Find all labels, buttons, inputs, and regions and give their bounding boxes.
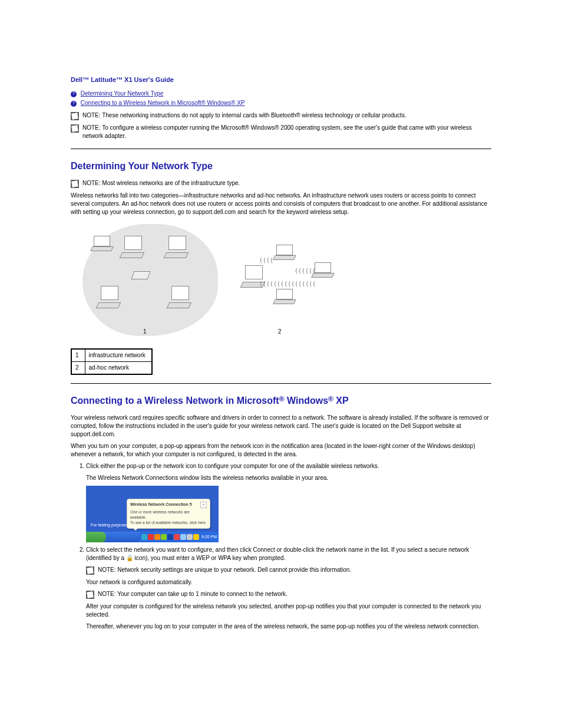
- tray-icon[interactable]: [148, 534, 154, 540]
- laptop-icon: [274, 289, 294, 302]
- paragraph: Your network is configured automatically…: [86, 578, 491, 587]
- bullet-icon: [71, 101, 77, 107]
- section-heading: Determining Your Network Type: [71, 161, 213, 171]
- paragraph: Thereafter, whenever you log on to your …: [86, 622, 491, 631]
- note: NOTE: Most wireless networks are of the …: [71, 179, 491, 188]
- toc-link[interactable]: Connecting to a Wireless Network in Micr…: [81, 100, 245, 106]
- heading-segment: Connecting to a Wireless Network in Micr…: [71, 396, 279, 406]
- desktop-watermark: For testing purposes only…: [91, 522, 141, 528]
- divider: [71, 149, 491, 149]
- diagram-label: 2: [278, 328, 282, 336]
- legend-text: ad-hoc network: [85, 361, 152, 374]
- network-diagram: 1 (((( (((((((((((((((( (((((( 2: [71, 221, 342, 345]
- tray-icon[interactable]: [154, 534, 160, 540]
- note-text: NOTE: Most wireless networks are of the …: [82, 179, 240, 187]
- radio-wave-icon: ((((: [259, 256, 273, 265]
- desktop-icon: [168, 286, 190, 307]
- tray-icon[interactable]: [167, 534, 173, 540]
- laptop-icon: [91, 236, 111, 249]
- legend-table: 1 infrastructure network 2 ad-hoc networ…: [71, 348, 153, 375]
- diagram-label: 1: [143, 328, 147, 336]
- balloon-title: Wireless Network Connection 5: [130, 502, 192, 508]
- toc-item[interactable]: Determining Your Network Type: [71, 89, 491, 98]
- radio-wave-icon: ((((((: [295, 267, 316, 275]
- note-text: NOTE: These networking instructions do n…: [82, 111, 406, 120]
- note-text: NOTE: To configure a wireless computer r…: [82, 124, 491, 140]
- step-list: Click either the pop-up or the network i…: [73, 462, 491, 631]
- divider: [71, 383, 491, 384]
- clock: 9:20 PM: [201, 534, 217, 540]
- note-text: NOTE: Network security settings are uniq…: [98, 566, 351, 574]
- note: NOTE: To configure a wireless computer r…: [71, 124, 491, 140]
- desktop-icon: [97, 286, 120, 307]
- close-icon[interactable]: ×: [200, 502, 207, 508]
- note-icon: [86, 591, 94, 599]
- paragraph: The Wireless Network Connections window …: [86, 474, 491, 482]
- desktop-icon: [165, 236, 187, 257]
- tray-icon[interactable]: [141, 534, 147, 540]
- table-row: 1 infrastructure network: [71, 349, 152, 362]
- tray-icon[interactable]: [161, 534, 167, 540]
- tray-icon[interactable]: [174, 534, 180, 540]
- balloon-line: One or more wireless networks are availa…: [130, 509, 207, 520]
- legend-text: infrastructure network: [85, 349, 152, 362]
- note: NOTE: Network security settings are uniq…: [86, 566, 491, 575]
- note-icon: [71, 124, 79, 133]
- registered-icon: ®: [279, 395, 285, 403]
- toc-item[interactable]: Connecting to a Wireless Network in Micr…: [71, 98, 491, 108]
- note-icon: [86, 566, 94, 575]
- desktop-icon: [121, 236, 143, 257]
- system-tray[interactable]: 9:20 PM: [140, 532, 219, 542]
- note-text: NOTE: Your computer can take up to 1 min…: [98, 590, 287, 598]
- note-icon: [71, 112, 79, 120]
- toc-link[interactable]: Determining Your Network Type: [81, 90, 163, 97]
- tray-icon[interactable]: [187, 534, 193, 540]
- laptop-icon: [274, 245, 294, 258]
- radio-wave-icon: ((((((((((((((((: [259, 280, 316, 288]
- section-heading: Connecting to a Wireless Network in Micr…: [71, 394, 491, 408]
- list-item: Click to select the network you want to …: [86, 546, 491, 631]
- tray-icon[interactable]: [193, 534, 199, 540]
- hub-icon: [131, 271, 150, 279]
- paragraph: Your wireless network card requires spec…: [71, 414, 491, 439]
- network-tray-icon[interactable]: [180, 534, 186, 540]
- toc-link-text: Connecting to a Wireless Network in Micr…: [81, 100, 245, 106]
- paragraph: Wireless networks fall into two categori…: [71, 192, 491, 216]
- note-icon: [71, 180, 79, 188]
- list-item: Click either the pop-up or the network i…: [86, 462, 491, 542]
- page-title: Dell™ Latitude™ X1 User's Guide: [71, 75, 491, 84]
- start-button[interactable]: [86, 532, 106, 542]
- step-text: Click to select the network you want to …: [86, 546, 469, 561]
- legend-num: 1: [71, 349, 85, 362]
- step-text: Click either the pop-up or the network i…: [86, 463, 379, 469]
- screenshot-inset: Wireless Network Connection 5 × One or m…: [86, 486, 219, 542]
- balloon-line: To see a list of available networks, cli…: [130, 520, 207, 525]
- note: NOTE: Your computer can take up to 1 min…: [86, 590, 491, 599]
- paragraph: After your computer is configured for th…: [86, 602, 491, 619]
- heading-segment: XP: [333, 396, 349, 406]
- taskbar[interactable]: 9:20 PM: [86, 532, 219, 542]
- registered-icon: ®: [328, 395, 333, 403]
- heading-segment: Windows: [285, 396, 329, 406]
- paragraph: When you turn on your computer, a pop-up…: [71, 442, 491, 459]
- bullet-icon: [71, 91, 77, 97]
- table-row: 2 ad-hoc network: [71, 361, 152, 374]
- legend-num: 2: [71, 361, 85, 374]
- note: NOTE: These networking instructions do n…: [71, 111, 491, 120]
